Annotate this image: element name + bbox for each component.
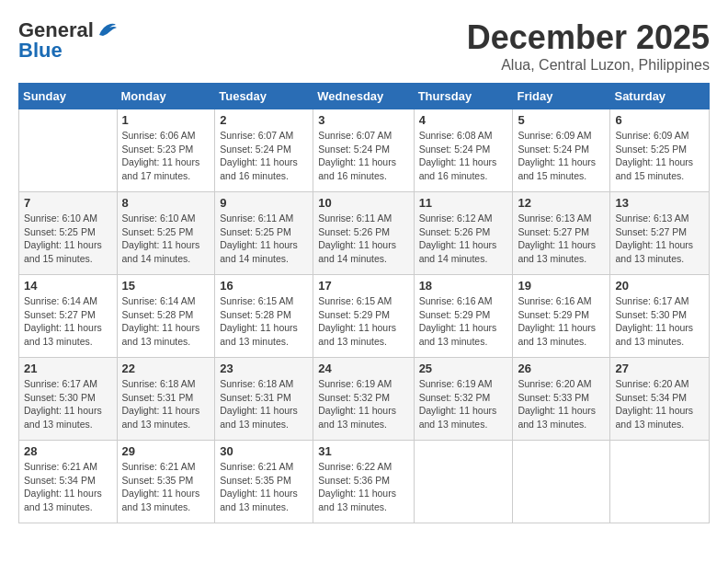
day-number: 9 [220,196,308,210]
calendar-cell: 17Sunrise: 6:15 AM Sunset: 5:29 PM Dayli… [313,275,414,358]
calendar-cell: 29Sunrise: 6:21 AM Sunset: 5:35 PM Dayli… [117,441,215,523]
day-number: 1 [122,113,210,127]
calendar-cell: 31Sunrise: 6:22 AM Sunset: 5:36 PM Dayli… [313,441,414,523]
day-number: 30 [220,444,308,458]
day-number: 8 [122,196,210,210]
calendar-cell [19,109,118,192]
day-number: 12 [518,196,605,210]
calendar-cell: 30Sunrise: 6:21 AM Sunset: 5:35 PM Dayli… [215,441,313,523]
day-info: Sunrise: 6:21 AM Sunset: 5:34 PM Dayligh… [24,460,112,514]
day-info: Sunrise: 6:17 AM Sunset: 5:30 PM Dayligh… [615,294,704,349]
day-info: Sunrise: 6:13 AM Sunset: 5:27 PM Dayligh… [615,212,704,266]
week-row-1: 1Sunrise: 6:06 AM Sunset: 5:23 PM Daylig… [19,109,710,192]
calendar-cell: 6Sunrise: 6:09 AM Sunset: 5:25 PM Daylig… [610,109,710,192]
week-row-4: 21Sunrise: 6:17 AM Sunset: 5:30 PM Dayli… [19,358,710,441]
calendar-cell: 1Sunrise: 6:06 AM Sunset: 5:23 PM Daylig… [117,109,215,192]
weekday-header-row: SundayMondayTuesdayWednesdayThursdayFrid… [19,84,710,109]
day-number: 20 [615,279,704,293]
week-row-5: 28Sunrise: 6:21 AM Sunset: 5:34 PM Dayli… [19,441,710,523]
calendar-cell: 11Sunrise: 6:12 AM Sunset: 5:26 PM Dayli… [414,192,513,275]
day-info: Sunrise: 6:18 AM Sunset: 5:31 PM Dayligh… [220,377,308,431]
day-info: Sunrise: 6:21 AM Sunset: 5:35 PM Dayligh… [220,460,308,514]
calendar-cell [513,441,610,523]
day-number: 14 [24,279,112,293]
calendar-cell: 27Sunrise: 6:20 AM Sunset: 5:34 PM Dayli… [610,358,710,441]
day-info: Sunrise: 6:10 AM Sunset: 5:25 PM Dayligh… [24,212,112,266]
day-number: 29 [122,444,210,458]
weekday-header-friday: Friday [513,84,610,109]
day-info: Sunrise: 6:14 AM Sunset: 5:28 PM Dayligh… [122,294,210,349]
weekday-header-tuesday: Tuesday [215,84,313,109]
calendar-cell: 3Sunrise: 6:07 AM Sunset: 5:24 PM Daylig… [313,109,414,192]
month-title: December 2025 [467,18,710,57]
calendar-cell [414,441,513,523]
calendar-cell: 15Sunrise: 6:14 AM Sunset: 5:28 PM Dayli… [117,275,215,358]
day-info: Sunrise: 6:12 AM Sunset: 5:26 PM Dayligh… [419,212,508,266]
day-info: Sunrise: 6:19 AM Sunset: 5:32 PM Dayligh… [419,377,508,431]
title-block: December 2025 Alua, Central Luzon, Phili… [467,18,710,74]
week-row-3: 14Sunrise: 6:14 AM Sunset: 5:27 PM Dayli… [19,275,710,358]
day-info: Sunrise: 6:20 AM Sunset: 5:33 PM Dayligh… [518,377,605,431]
calendar-cell: 28Sunrise: 6:21 AM Sunset: 5:34 PM Dayli… [19,441,118,523]
calendar-cell: 18Sunrise: 6:16 AM Sunset: 5:29 PM Dayli… [414,275,513,358]
day-number: 22 [122,362,210,375]
week-row-2: 7Sunrise: 6:10 AM Sunset: 5:25 PM Daylig… [19,192,710,275]
calendar-cell: 5Sunrise: 6:09 AM Sunset: 5:24 PM Daylig… [513,109,610,192]
weekday-header-sunday: Sunday [19,84,118,109]
day-number: 2 [220,113,308,127]
day-number: 15 [122,279,210,293]
day-info: Sunrise: 6:07 AM Sunset: 5:24 PM Dayligh… [220,129,308,183]
calendar-cell: 4Sunrise: 6:08 AM Sunset: 5:24 PM Daylig… [414,109,513,192]
day-number: 4 [419,113,508,127]
day-info: Sunrise: 6:22 AM Sunset: 5:36 PM Dayligh… [318,460,408,514]
day-info: Sunrise: 6:09 AM Sunset: 5:24 PM Dayligh… [518,129,605,183]
day-number: 25 [419,362,508,375]
calendar-cell: 22Sunrise: 6:18 AM Sunset: 5:31 PM Dayli… [117,358,215,441]
day-number: 13 [615,196,704,210]
logo: General Blue [18,18,118,63]
calendar-cell [610,441,710,523]
day-info: Sunrise: 6:11 AM Sunset: 5:26 PM Dayligh… [318,212,408,266]
weekday-header-saturday: Saturday [610,84,710,109]
calendar-cell: 10Sunrise: 6:11 AM Sunset: 5:26 PM Dayli… [313,192,414,275]
day-info: Sunrise: 6:18 AM Sunset: 5:31 PM Dayligh… [122,377,210,431]
day-info: Sunrise: 6:10 AM Sunset: 5:25 PM Dayligh… [122,212,210,266]
day-number: 24 [318,362,408,375]
logo-bird-icon [97,22,118,39]
calendar-cell: 7Sunrise: 6:10 AM Sunset: 5:25 PM Daylig… [19,192,118,275]
day-number: 26 [518,362,605,375]
day-number: 7 [24,196,112,210]
day-info: Sunrise: 6:14 AM Sunset: 5:27 PM Dayligh… [24,294,112,349]
calendar-cell: 26Sunrise: 6:20 AM Sunset: 5:33 PM Dayli… [513,358,610,441]
day-number: 27 [615,362,704,375]
calendar-cell: 24Sunrise: 6:19 AM Sunset: 5:32 PM Dayli… [313,358,414,441]
day-number: 3 [318,113,408,127]
day-number: 16 [220,279,308,293]
day-number: 18 [419,279,508,293]
calendar-cell: 14Sunrise: 6:14 AM Sunset: 5:27 PM Dayli… [19,275,118,358]
day-number: 10 [318,196,408,210]
calendar-cell: 9Sunrise: 6:11 AM Sunset: 5:25 PM Daylig… [215,192,313,275]
day-info: Sunrise: 6:21 AM Sunset: 5:35 PM Dayligh… [122,460,210,514]
calendar-cell: 25Sunrise: 6:19 AM Sunset: 5:32 PM Dayli… [414,358,513,441]
day-info: Sunrise: 6:09 AM Sunset: 5:25 PM Dayligh… [615,129,704,183]
logo-blue: Blue [18,39,63,63]
calendar-cell: 16Sunrise: 6:15 AM Sunset: 5:28 PM Dayli… [215,275,313,358]
day-info: Sunrise: 6:15 AM Sunset: 5:29 PM Dayligh… [318,294,408,349]
day-number: 17 [318,279,408,293]
day-number: 21 [24,362,112,375]
day-number: 11 [419,196,508,210]
weekday-header-thursday: Thursday [414,84,513,109]
day-info: Sunrise: 6:17 AM Sunset: 5:30 PM Dayligh… [24,377,112,431]
calendar-cell: 8Sunrise: 6:10 AM Sunset: 5:25 PM Daylig… [117,192,215,275]
calendar-cell: 23Sunrise: 6:18 AM Sunset: 5:31 PM Dayli… [215,358,313,441]
day-info: Sunrise: 6:16 AM Sunset: 5:29 PM Dayligh… [419,294,508,349]
location-title: Alua, Central Luzon, Philippines [467,57,710,74]
day-info: Sunrise: 6:20 AM Sunset: 5:34 PM Dayligh… [615,377,704,431]
calendar-cell: 2Sunrise: 6:07 AM Sunset: 5:24 PM Daylig… [215,109,313,192]
day-info: Sunrise: 6:06 AM Sunset: 5:23 PM Dayligh… [122,129,210,183]
calendar-table: SundayMondayTuesdayWednesdayThursdayFrid… [18,83,710,523]
day-info: Sunrise: 6:13 AM Sunset: 5:27 PM Dayligh… [518,212,605,266]
day-number: 5 [518,113,605,127]
page-header: General Blue December 2025 Alua, Central… [18,18,710,74]
